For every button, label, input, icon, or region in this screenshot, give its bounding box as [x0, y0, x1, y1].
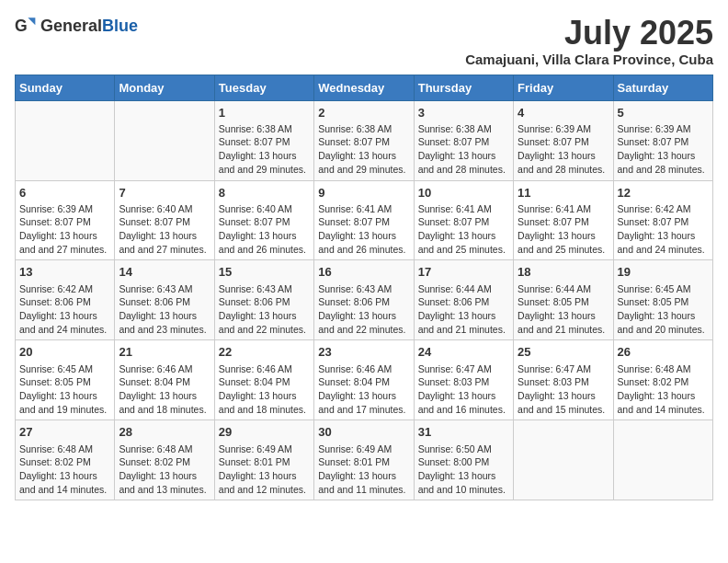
- calendar-cell: 20Sunrise: 6:45 AMSunset: 8:05 PMDayligh…: [16, 340, 115, 420]
- day-number: 18: [518, 264, 609, 281]
- day-number: 26: [618, 344, 709, 361]
- calendar-cell: 26Sunrise: 6:48 AMSunset: 8:02 PMDayligh…: [613, 340, 712, 420]
- logo-icon: G: [15, 15, 37, 37]
- calendar-cell: 15Sunrise: 6:43 AMSunset: 8:06 PMDayligh…: [214, 260, 313, 340]
- title-area: July 2025 Camajuani, Villa Clara Provinc…: [465, 15, 713, 67]
- day-number: 19: [618, 264, 709, 281]
- calendar-cell: 14Sunrise: 6:43 AMSunset: 8:06 PMDayligh…: [115, 260, 214, 340]
- day-info: Sunrise: 6:46 AMSunset: 8:04 PMDaylight:…: [219, 362, 310, 417]
- day-info: Sunrise: 6:48 AMSunset: 8:02 PMDaylight:…: [618, 362, 709, 417]
- calendar-cell: 30Sunrise: 6:49 AMSunset: 8:01 PMDayligh…: [314, 420, 414, 500]
- day-number: 17: [418, 264, 509, 281]
- day-number: 22: [219, 344, 310, 361]
- calendar-cell: 7Sunrise: 6:40 AMSunset: 8:07 PMDaylight…: [115, 180, 214, 260]
- day-number: 10: [418, 185, 509, 201]
- month-title: July 2025: [465, 15, 713, 52]
- day-info: Sunrise: 6:39 AMSunset: 8:07 PMDaylight:…: [19, 202, 110, 257]
- day-number: 12: [618, 185, 709, 201]
- calendar-cell: 19Sunrise: 6:45 AMSunset: 8:05 PMDayligh…: [613, 260, 712, 340]
- day-number: 23: [318, 344, 409, 361]
- week-row-2: 6Sunrise: 6:39 AMSunset: 8:07 PMDaylight…: [16, 180, 713, 260]
- svg-marker-1: [28, 17, 35, 25]
- day-number: 25: [518, 344, 609, 361]
- calendar-cell: 3Sunrise: 6:38 AMSunset: 8:07 PMDaylight…: [414, 100, 513, 180]
- day-info: Sunrise: 6:41 AMSunset: 8:07 PMDaylight:…: [318, 202, 409, 257]
- day-number: 28: [119, 424, 210, 441]
- day-number: 2: [318, 105, 409, 121]
- calendar-cell: 17Sunrise: 6:44 AMSunset: 8:06 PMDayligh…: [414, 260, 513, 340]
- weekday-header-wednesday: Wednesday: [314, 75, 414, 100]
- day-info: Sunrise: 6:49 AMSunset: 8:01 PMDaylight:…: [219, 442, 310, 497]
- weekday-header-monday: Monday: [115, 75, 214, 100]
- logo: G GeneralBlue: [15, 15, 138, 37]
- day-number: 7: [119, 185, 210, 201]
- day-info: Sunrise: 6:46 AMSunset: 8:04 PMDaylight:…: [318, 362, 409, 417]
- weekday-header-row: SundayMondayTuesdayWednesdayThursdayFrid…: [16, 75, 713, 100]
- calendar-cell: [613, 420, 712, 500]
- weekday-header-friday: Friday: [514, 75, 613, 100]
- day-info: Sunrise: 6:43 AMSunset: 8:06 PMDaylight:…: [119, 282, 210, 337]
- day-number: 21: [119, 344, 210, 361]
- calendar-cell: 25Sunrise: 6:47 AMSunset: 8:03 PMDayligh…: [514, 340, 613, 420]
- calendar-cell: 18Sunrise: 6:44 AMSunset: 8:05 PMDayligh…: [514, 260, 613, 340]
- calendar-cell: 31Sunrise: 6:50 AMSunset: 8:00 PMDayligh…: [414, 420, 513, 500]
- calendar-cell: 2Sunrise: 6:38 AMSunset: 8:07 PMDaylight…: [314, 100, 414, 180]
- day-info: Sunrise: 6:45 AMSunset: 8:05 PMDaylight:…: [19, 362, 110, 417]
- day-number: 14: [119, 264, 210, 281]
- weekday-header-saturday: Saturday: [613, 75, 712, 100]
- day-number: 16: [318, 264, 409, 281]
- calendar-cell: 23Sunrise: 6:46 AMSunset: 8:04 PMDayligh…: [314, 340, 414, 420]
- day-info: Sunrise: 6:42 AMSunset: 8:06 PMDaylight:…: [19, 282, 110, 337]
- day-info: Sunrise: 6:40 AMSunset: 8:07 PMDaylight:…: [219, 202, 310, 257]
- day-info: Sunrise: 6:49 AMSunset: 8:01 PMDaylight:…: [318, 442, 409, 497]
- day-info: Sunrise: 6:41 AMSunset: 8:07 PMDaylight:…: [418, 202, 509, 257]
- weekday-header-thursday: Thursday: [414, 75, 513, 100]
- day-info: Sunrise: 6:42 AMSunset: 8:07 PMDaylight:…: [618, 202, 709, 257]
- day-info: Sunrise: 6:41 AMSunset: 8:07 PMDaylight:…: [518, 202, 609, 257]
- calendar-cell: 24Sunrise: 6:47 AMSunset: 8:03 PMDayligh…: [414, 340, 513, 420]
- day-info: Sunrise: 6:46 AMSunset: 8:04 PMDaylight:…: [119, 362, 210, 417]
- calendar-cell: 27Sunrise: 6:48 AMSunset: 8:02 PMDayligh…: [16, 420, 115, 500]
- calendar-cell: 12Sunrise: 6:42 AMSunset: 8:07 PMDayligh…: [613, 180, 712, 260]
- calendar-cell: 6Sunrise: 6:39 AMSunset: 8:07 PMDaylight…: [16, 180, 115, 260]
- day-info: Sunrise: 6:47 AMSunset: 8:03 PMDaylight:…: [418, 362, 509, 417]
- day-number: 1: [219, 105, 310, 121]
- header: G GeneralBlue July 2025 Camajuani, Villa…: [15, 15, 713, 67]
- day-number: 3: [418, 105, 509, 121]
- day-info: Sunrise: 6:40 AMSunset: 8:07 PMDaylight:…: [119, 202, 210, 257]
- day-info: Sunrise: 6:44 AMSunset: 8:05 PMDaylight:…: [518, 282, 609, 337]
- calendar-cell: 21Sunrise: 6:46 AMSunset: 8:04 PMDayligh…: [115, 340, 214, 420]
- day-info: Sunrise: 6:48 AMSunset: 8:02 PMDaylight:…: [119, 442, 210, 497]
- day-number: 15: [219, 264, 310, 281]
- calendar-cell: 5Sunrise: 6:39 AMSunset: 8:07 PMDaylight…: [613, 100, 712, 180]
- calendar-cell: [514, 420, 613, 500]
- calendar-cell: 29Sunrise: 6:49 AMSunset: 8:01 PMDayligh…: [214, 420, 313, 500]
- day-info: Sunrise: 6:45 AMSunset: 8:05 PMDaylight:…: [618, 282, 709, 337]
- day-number: 11: [518, 185, 609, 201]
- calendar-cell: 28Sunrise: 6:48 AMSunset: 8:02 PMDayligh…: [115, 420, 214, 500]
- day-number: 27: [19, 424, 110, 441]
- day-number: 4: [518, 105, 609, 121]
- day-info: Sunrise: 6:43 AMSunset: 8:06 PMDaylight:…: [219, 282, 310, 337]
- logo-general-text: General: [40, 17, 102, 35]
- logo-blue-text: Blue: [102, 17, 138, 35]
- day-number: 29: [219, 424, 310, 441]
- day-info: Sunrise: 6:50 AMSunset: 8:00 PMDaylight:…: [418, 442, 509, 497]
- weekday-header-sunday: Sunday: [16, 75, 115, 100]
- day-info: Sunrise: 6:38 AMSunset: 8:07 PMDaylight:…: [318, 122, 409, 177]
- day-number: 24: [418, 344, 509, 361]
- calendar-table: SundayMondayTuesdayWednesdayThursdayFrid…: [15, 75, 713, 501]
- day-number: 20: [19, 344, 110, 361]
- calendar-cell: 11Sunrise: 6:41 AMSunset: 8:07 PMDayligh…: [514, 180, 613, 260]
- calendar-cell: 1Sunrise: 6:38 AMSunset: 8:07 PMDaylight…: [214, 100, 313, 180]
- day-info: Sunrise: 6:38 AMSunset: 8:07 PMDaylight:…: [219, 122, 310, 177]
- day-info: Sunrise: 6:38 AMSunset: 8:07 PMDaylight:…: [418, 122, 509, 177]
- calendar-cell: 22Sunrise: 6:46 AMSunset: 8:04 PMDayligh…: [214, 340, 313, 420]
- week-row-3: 13Sunrise: 6:42 AMSunset: 8:06 PMDayligh…: [16, 260, 713, 340]
- day-number: 6: [19, 185, 110, 201]
- week-row-5: 27Sunrise: 6:48 AMSunset: 8:02 PMDayligh…: [16, 420, 713, 500]
- calendar-cell: 13Sunrise: 6:42 AMSunset: 8:06 PMDayligh…: [16, 260, 115, 340]
- day-number: 8: [219, 185, 310, 201]
- day-info: Sunrise: 6:48 AMSunset: 8:02 PMDaylight:…: [19, 442, 110, 497]
- calendar-cell: [16, 100, 115, 180]
